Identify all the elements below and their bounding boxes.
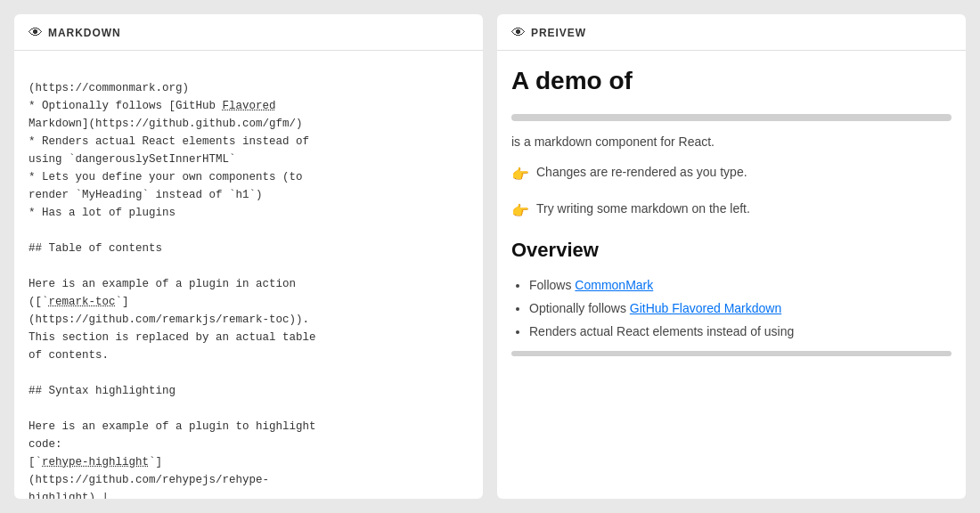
pointing-hand-icon-1: 👉 — [511, 163, 529, 186]
list-item-1: Follows CommonMark — [529, 275, 951, 295]
markdown-header: 👁 MARKDOWN — [14, 14, 483, 51]
overview-list: Follows CommonMark Optionally follows Gi… — [511, 275, 951, 342]
commonmark-link[interactable]: CommonMark — [575, 278, 653, 292]
tip-2: 👉 Try writing some markdown on the left. — [511, 199, 951, 223]
list-item-2: Optionally follows GitHub Flavored Markd… — [529, 298, 951, 318]
preview-body: A demo of is a markdown component for Re… — [511, 61, 951, 356]
pointing-hand-icon-2: 👉 — [511, 200, 529, 223]
eye-icon-right: 👁 — [511, 25, 526, 41]
eye-icon-left: 👁 — [29, 25, 43, 41]
gray-bar-1 — [511, 114, 951, 121]
preview-title: PREIVEW — [531, 27, 586, 39]
tip-2-text: Try writing some markdown on the left. — [536, 199, 750, 218]
description-text: is a markdown component for React. — [511, 132, 951, 151]
markdown-content[interactable]: (https://commonmark.org) * Optionally fo… — [14, 51, 483, 499]
markdown-panel: 👁 MARKDOWN (https://commonmark.org) * Op… — [14, 14, 483, 499]
bottom-bar — [511, 351, 951, 356]
list-item-3: Renders actual React elements instead of… — [529, 322, 951, 341]
line-1: (https://commonmark.org) * Optionally fo… — [29, 82, 316, 499]
demo-heading: A demo of — [511, 61, 951, 102]
markdown-editor[interactable]: (https://commonmark.org) * Optionally fo… — [29, 61, 469, 499]
preview-panel: 👁 PREIVEW A demo of is a markdown compon… — [497, 14, 966, 499]
overview-heading: Overview — [511, 234, 951, 265]
gfm-link[interactable]: GitHub Flavored Markdown — [630, 301, 781, 315]
preview-header: 👁 PREIVEW — [497, 14, 966, 51]
tip-1: 👉 Changes are re-rendered as you type. — [511, 162, 951, 186]
markdown-title: MARKDOWN — [48, 27, 121, 39]
preview-content: A demo of is a markdown component for Re… — [497, 51, 966, 499]
tip-1-text: Changes are re-rendered as you type. — [536, 162, 747, 182]
